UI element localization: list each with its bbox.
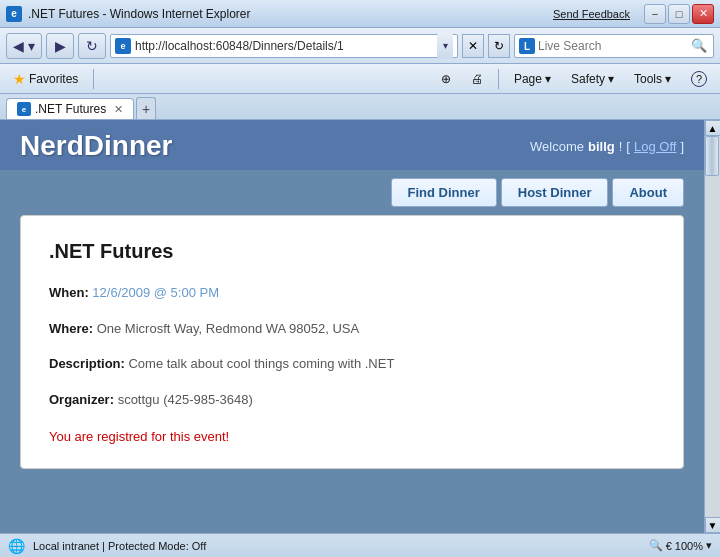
refresh-button[interactable]: ↻ bbox=[78, 33, 106, 59]
dinner-title: .NET Futures bbox=[49, 240, 655, 263]
where-value: One Microsft Way, Redmond WA 98052, USA bbox=[97, 321, 360, 336]
username-display: billg bbox=[588, 139, 615, 154]
stop-button[interactable]: ✕ bbox=[462, 34, 484, 58]
site-nav: Find Dinner Host Dinner About bbox=[0, 170, 704, 215]
address-bar: ◀ ▾ ▶ ↻ e ▾ ✕ ↻ L 🔍 bbox=[0, 28, 720, 64]
page-menu-button[interactable]: Page ▾ bbox=[507, 69, 558, 89]
welcome-area: Welcome billg ! [ Log Off ] bbox=[530, 139, 684, 154]
title-bar-left: e .NET Futures - Windows Internet Explor… bbox=[6, 6, 251, 22]
status-zoom: 🔍 € 100% ▾ bbox=[649, 539, 712, 552]
toolbar: ★ Favorites ⊕ 🖨 Page ▾ Safety ▾ Tools ▾ … bbox=[0, 64, 720, 94]
when-value: 12/6/2009 @ 5:00 PM bbox=[92, 285, 219, 300]
scroll-down-button[interactable]: ▼ bbox=[705, 517, 721, 533]
logoff-link[interactable]: Log Off bbox=[634, 139, 676, 154]
active-tab[interactable]: e .NET Futures ✕ bbox=[6, 98, 134, 119]
logoff-prefix: [ bbox=[626, 139, 630, 154]
help-icon: ? bbox=[691, 71, 707, 87]
scroll-thumb[interactable] bbox=[705, 136, 719, 176]
search-box-wrap: L 🔍 bbox=[514, 34, 714, 58]
host-dinner-button[interactable]: Host Dinner bbox=[501, 178, 609, 207]
refresh-addr-button[interactable]: ↻ bbox=[488, 34, 510, 58]
where-label: Where: bbox=[49, 321, 93, 336]
tools-menu-button[interactable]: Tools ▾ bbox=[627, 69, 678, 89]
content-area: NerdDinner Welcome billg ! [ Log Off ] F… bbox=[0, 120, 720, 533]
back-button[interactable]: ◀ ▾ bbox=[6, 33, 42, 59]
help-button[interactable]: ? bbox=[684, 68, 714, 90]
toolbar-sep-1 bbox=[93, 69, 94, 89]
safety-menu-button[interactable]: Safety ▾ bbox=[564, 69, 621, 89]
site-header: NerdDinner Welcome billg ! [ Log Off ] bbox=[0, 120, 704, 170]
description-value: Come talk about cool things coming with … bbox=[128, 356, 394, 371]
tab-label: .NET Futures bbox=[35, 102, 106, 116]
status-globe-icon: 🌐 bbox=[8, 538, 25, 554]
registered-message: You are registred for this event! bbox=[49, 429, 655, 444]
organizer-label: Organizer: bbox=[49, 392, 114, 407]
window-controls: − □ ✕ bbox=[644, 4, 714, 24]
status-zone-text: Local intranet | Protected Mode: Off bbox=[33, 540, 206, 552]
welcome-text: Welcome bbox=[530, 139, 584, 154]
zoom-icon: 🔍 bbox=[649, 539, 663, 552]
window-title: .NET Futures - Windows Internet Explorer bbox=[28, 7, 251, 21]
description-label: Description: bbox=[49, 356, 125, 371]
dinner-detail-card: .NET Futures When: 12/6/2009 @ 5:00 PM W… bbox=[20, 215, 684, 469]
where-row: Where: One Microsft Way, Redmond WA 9805… bbox=[49, 319, 655, 339]
close-button[interactable]: ✕ bbox=[692, 4, 714, 24]
minimize-button[interactable]: − bbox=[644, 4, 666, 24]
page-icon: e bbox=[115, 38, 131, 54]
description-row: Description: Come talk about cool things… bbox=[49, 354, 655, 374]
exclamation: ! bbox=[619, 139, 623, 154]
print-button[interactable]: 🖨 bbox=[464, 69, 490, 89]
find-dinner-button[interactable]: Find Dinner bbox=[391, 178, 497, 207]
scroll-up-button[interactable]: ▲ bbox=[705, 120, 721, 136]
status-bar: 🌐 Local intranet | Protected Mode: Off 🔍… bbox=[0, 533, 720, 557]
svg-text:L: L bbox=[524, 41, 530, 52]
scroll-track[interactable] bbox=[705, 136, 720, 517]
tab-bar: e .NET Futures ✕ + bbox=[0, 94, 720, 120]
when-row: When: 12/6/2009 @ 5:00 PM bbox=[49, 283, 655, 303]
toolbar-sep-2 bbox=[498, 69, 499, 89]
new-tab-button[interactable]: + bbox=[136, 97, 156, 119]
search-input[interactable] bbox=[538, 39, 689, 53]
star-icon: ★ bbox=[13, 71, 26, 87]
zoom-dropdown-icon[interactable]: ▾ bbox=[706, 539, 712, 552]
scrollbar[interactable]: ▲ ▼ bbox=[704, 120, 720, 533]
organizer-value: scottgu (425-985-3648) bbox=[118, 392, 253, 407]
addr-dropdown[interactable]: ▾ bbox=[437, 33, 453, 59]
search-logo: L bbox=[519, 38, 535, 54]
when-label: When: bbox=[49, 285, 89, 300]
site-title: NerdDinner bbox=[20, 130, 172, 162]
logoff-suffix: ] bbox=[680, 139, 684, 154]
organizer-row: Organizer: scottgu (425-985-3648) bbox=[49, 390, 655, 410]
favorites-button[interactable]: ★ Favorites bbox=[6, 68, 85, 90]
maximize-button[interactable]: □ bbox=[668, 4, 690, 24]
address-input-wrap: e ▾ bbox=[110, 34, 458, 58]
forward-button[interactable]: ▶ bbox=[46, 33, 74, 59]
ie-icon: e bbox=[6, 6, 22, 22]
send-feedback-link[interactable]: Send Feedback bbox=[553, 8, 630, 20]
tab-close-icon[interactable]: ✕ bbox=[114, 103, 123, 116]
zoom-level: € 100% bbox=[666, 540, 703, 552]
about-button[interactable]: About bbox=[612, 178, 684, 207]
rss-button[interactable]: ⊕ bbox=[434, 69, 458, 89]
search-button[interactable]: 🔍 bbox=[689, 36, 709, 56]
tab-ie-icon: e bbox=[17, 102, 31, 116]
address-input[interactable] bbox=[135, 39, 437, 53]
page-content: NerdDinner Welcome billg ! [ Log Off ] F… bbox=[0, 120, 704, 533]
title-bar: e .NET Futures - Windows Internet Explor… bbox=[0, 0, 720, 28]
